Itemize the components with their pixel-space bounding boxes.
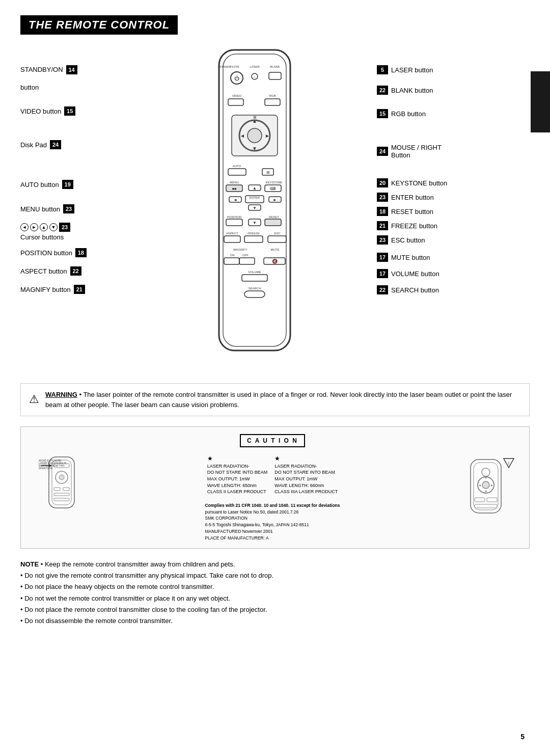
right-labels: 5 LASER button 22 BLANK button 15 RGB bu…: [377, 45, 530, 299]
caution-remote-svg: AVOID EXPOSURE- LASER RADIATIONS IS EMIT…: [39, 454, 85, 521]
caution-remote-right: ▲ ▼ ◄ ► !: [453, 454, 519, 521]
video-badge: 15: [64, 106, 75, 116]
svg-text:STANDBY/ON: STANDBY/ON: [219, 65, 239, 68]
svg-text:LASER: LASER: [250, 65, 260, 68]
position-badge: 18: [75, 248, 87, 257]
caution-remote-right-svg: ▲ ▼ ◄ ► !: [455, 454, 516, 521]
svg-text:▼: ▼: [253, 206, 257, 210]
svg-text:ESC: ESC: [274, 232, 281, 235]
svg-text:OFF: OFF: [242, 254, 249, 257]
position-label: POSITION button 18: [20, 248, 132, 257]
cursor-badge: 23: [59, 223, 70, 232]
svg-text:▼: ▼: [253, 221, 257, 225]
note-line-1: NOTE • Keep the remote control transmitt…: [20, 559, 530, 570]
svg-text:►: ►: [273, 198, 277, 202]
svg-text:!: !: [508, 461, 510, 466]
esc-badge: 23: [377, 235, 388, 245]
note-line-4: • Do not wet the remote control transmit…: [20, 593, 530, 604]
mute-badge: 17: [377, 253, 388, 262]
note-line-2: • Do not give the remote control transmi…: [20, 570, 530, 581]
blank-label: 22 BLANK button: [377, 86, 530, 95]
laser-badge: 5: [377, 65, 388, 74]
svg-point-70: [59, 475, 64, 480]
svg-text:▼: ▼: [252, 146, 257, 151]
svg-point-16: [248, 128, 262, 143]
svg-text:⊞: ⊞: [253, 115, 257, 120]
standby-badge: 14: [66, 65, 77, 74]
freeze-label: 21 FREEZE button: [377, 221, 530, 230]
svg-text:BLANK: BLANK: [270, 65, 280, 68]
svg-text:▲: ▲: [484, 475, 488, 479]
svg-text:◄: ◄: [233, 198, 237, 202]
reset-label: 18 RESET button: [377, 207, 530, 216]
arrow-right-icon: ►: [30, 223, 38, 231]
note-line-6: • Do not disassemble the remote control …: [20, 615, 530, 627]
caution-box: AVOID EXPOSURE- LASER RADIATIONS IS EMIT…: [20, 426, 530, 549]
magnify-badge: 21: [74, 285, 85, 294]
page-title: THE REMOTE CONTROL: [20, 15, 178, 35]
auto-badge: 19: [62, 180, 73, 189]
search-badge: 22: [377, 285, 388, 294]
rgb-label: 15 RGB button: [377, 109, 530, 118]
svg-text:SEARCH: SEARCH: [248, 287, 261, 290]
aspect-badge: 22: [70, 266, 81, 276]
svg-text:◄: ◄: [478, 483, 482, 487]
svg-text:ASPECT: ASPECT: [226, 232, 238, 235]
mouse-badge: 24: [377, 147, 388, 156]
page: THE REMOTE CONTROL STANDBY/ON 14 button …: [0, 0, 550, 756]
diskpad-label: Disk Pad 24: [20, 140, 132, 149]
svg-text:POSITION: POSITION: [227, 215, 242, 219]
aspect-label: ASPECT button 22: [20, 266, 132, 276]
remote-image: STANDBY/ON ⏻ LASER ○ BLANK VIDEO RGB: [194, 45, 316, 361]
laser-label: 5 LASER button: [377, 65, 530, 74]
reset-badge: 18: [377, 207, 388, 216]
enter-badge: 23: [377, 193, 388, 202]
note-line-3: • Do not place the heavy objects on the …: [20, 581, 530, 592]
caution-text-1: ★ LASER RADIATION- DO NOT STARE INTO BEA…: [207, 454, 268, 495]
keystone-badge: 20: [377, 178, 388, 187]
freeze-badge: 21: [377, 221, 388, 230]
svg-point-85: [482, 481, 489, 489]
svg-text:▼: ▼: [484, 490, 488, 493]
warning-box: ⚠ WARNING • The laser pointer of the rem…: [20, 383, 530, 416]
standby-label: STANDBY/ON 14: [20, 65, 132, 74]
page-number: 5: [520, 733, 525, 741]
svg-rect-45: [265, 219, 281, 226]
diagram-container: STANDBY/ON 14 button VIDEO button 15 Dis…: [20, 45, 530, 371]
svg-text:FREEZE: FREEZE: [248, 232, 260, 235]
magnify-label: MAGNIFY button 21: [20, 285, 132, 294]
svg-text:▲: ▲: [253, 186, 257, 191]
mouse-label: 24 MOUSE / RIGHTButton: [377, 144, 530, 159]
svg-text:ENTER: ENTER: [250, 196, 260, 199]
left-labels: STANDBY/ON 14 button VIDEO button 15 Dis…: [20, 45, 132, 296]
svg-text:VOLUME: VOLUME: [248, 271, 261, 274]
arrow-left-icon: ◄: [20, 223, 29, 231]
svg-text:RESET: RESET: [269, 215, 279, 219]
svg-text:►: ►: [490, 483, 494, 487]
svg-text:APERTURE: APERTURE: [39, 467, 53, 470]
svg-text:ON: ON: [230, 254, 235, 257]
svg-text:MAGNIFY: MAGNIFY: [233, 248, 247, 251]
enter-label: 23 ENTER button: [377, 193, 530, 202]
volume-label: 17 VOLUME button: [377, 269, 530, 278]
svg-text:⏻: ⏻: [234, 75, 239, 81]
svg-text:MENU: MENU: [230, 181, 239, 184]
warning-text: WARNING • The laser pointer of the remot…: [45, 390, 521, 410]
caution-title: C A U T I O N: [240, 434, 305, 447]
svg-text:KEYSTONE: KEYSTONE: [266, 181, 283, 184]
note-line-5: • Do not place the remote control transm…: [20, 604, 530, 615]
blank-badge: 22: [377, 86, 388, 95]
rgb-badge: 15: [377, 109, 388, 118]
caution-middle: C A U T I O N ★ LASER RADIATION- DO NOT …: [97, 434, 448, 541]
menu-badge: 23: [63, 204, 74, 213]
caution-text-2: ★ LASER RADIATION- DO NOT STARE INTO BEA…: [274, 454, 338, 495]
compliance-text: Complies with 21 CFR 1040. 10 and 1040. …: [205, 502, 340, 542]
volume-badge: 17: [377, 269, 388, 278]
right-decorative-strip: [531, 71, 550, 132]
arrow-up-icon: ▲: [40, 223, 48, 231]
diskpad-badge: 24: [50, 140, 61, 149]
svg-text:■■: ■■: [232, 187, 236, 191]
svg-text:RGB: RGB: [269, 94, 276, 97]
video-label: VIDEO button 15: [20, 106, 132, 116]
cursor-label: ◄ ► ▲ ▼ 23 Cursor buttons: [20, 223, 132, 241]
